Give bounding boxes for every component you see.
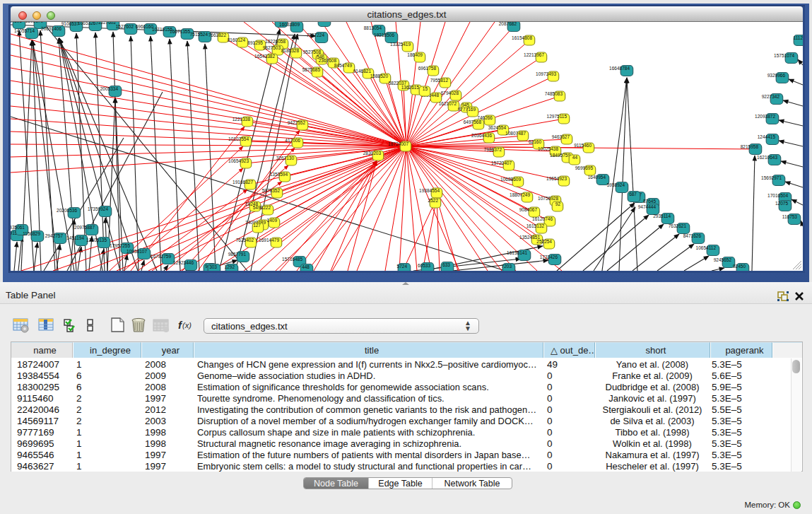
svg-text:10654923: 10654923 <box>228 158 249 163</box>
svg-text:16914479: 16914479 <box>259 238 279 243</box>
svg-text:1621072: 1621072 <box>439 101 457 106</box>
svg-text:20364436: 20364436 <box>471 133 492 138</box>
svg-text:12975115: 12975115 <box>547 114 567 119</box>
svg-text:15: 15 <box>423 86 428 91</box>
svg-text:92450: 92450 <box>733 264 746 269</box>
svg-text:1588520: 1588520 <box>370 74 389 78</box>
svg-text:16671355: 16671355 <box>170 29 190 34</box>
svg-text:1615132: 1615132 <box>526 223 545 228</box>
svg-text:2935114: 2935114 <box>653 214 671 218</box>
svg-text:12923446: 12923446 <box>173 260 194 265</box>
svg-text:9115460: 9115460 <box>574 143 592 148</box>
svg-text:6961758: 6961758 <box>418 66 437 71</box>
svg-text:6497568: 6497568 <box>464 119 482 124</box>
svg-text:8160124: 8160124 <box>228 37 246 42</box>
svg-text:5498222: 5498222 <box>253 205 271 210</box>
svg-text:19654923: 19654923 <box>546 176 567 181</box>
svg-text:1451194: 1451194 <box>66 235 84 240</box>
svg-text:16033809: 16033809 <box>279 22 300 27</box>
svg-text:60533: 60533 <box>418 263 430 268</box>
svg-text:18724007: 18724007 <box>388 141 408 146</box>
svg-text:2434506: 2434506 <box>11 22 22 23</box>
svg-text:8813054: 8813054 <box>364 25 382 30</box>
svg-text:17957255: 17957255 <box>110 243 130 248</box>
svg-text:16543382: 16543382 <box>254 54 275 59</box>
svg-text:9474444: 9474444 <box>638 204 657 209</box>
svg-text:7515524: 7515524 <box>190 32 208 37</box>
svg-text:7203: 7203 <box>502 264 512 269</box>
svg-text:1244415: 1244415 <box>758 134 776 139</box>
svg-text:9227342: 9227342 <box>762 94 780 99</box>
svg-text:6794028: 6794028 <box>441 90 459 95</box>
svg-text:20206536: 20206536 <box>57 208 77 213</box>
svg-text:9329966: 9329966 <box>767 73 786 78</box>
svg-text:10025438: 10025438 <box>538 146 558 151</box>
svg-text:9084067: 9084067 <box>519 207 538 212</box>
svg-text:44: 44 <box>572 155 578 160</box>
svg-text:1527602: 1527602 <box>98 22 117 25</box>
svg-text:10756928: 10756928 <box>538 196 558 201</box>
svg-text:17016504: 17016504 <box>767 193 788 198</box>
svg-text:7663822: 7663822 <box>208 33 227 37</box>
svg-text:5878352: 5878352 <box>262 188 281 193</box>
svg-text:1112: 1112 <box>794 35 804 40</box>
svg-text:9777169: 9777169 <box>458 107 476 112</box>
svg-text:8454749: 8454749 <box>334 63 353 68</box>
svg-text:18495759: 18495759 <box>550 153 570 158</box>
svg-text:(x): (x) <box>182 321 192 329</box>
svg-text:92: 92 <box>555 201 561 206</box>
svg-text:17359924: 17359924 <box>88 206 108 211</box>
svg-text:18226058: 18226058 <box>265 39 286 44</box>
svg-text:186409: 186409 <box>407 52 423 57</box>
svg-text:62160: 62160 <box>529 139 541 144</box>
svg-text:1221338: 1221338 <box>233 117 251 122</box>
svg-text:20975887: 20975887 <box>74 225 95 230</box>
svg-text:3267130: 3267130 <box>276 156 295 160</box>
svg-text:116753: 116753 <box>782 214 798 219</box>
svg-text:19166827: 19166827 <box>233 180 253 185</box>
svg-text:891295: 891295 <box>247 40 263 45</box>
svg-text:16154808: 16154808 <box>512 35 532 40</box>
svg-text:15751074: 15751074 <box>774 53 794 58</box>
svg-text:10807487: 10807487 <box>505 131 526 136</box>
svg-text:1156829: 1156829 <box>23 231 40 236</box>
svg-text:16210643: 16210643 <box>757 155 777 160</box>
svg-text:5958924: 5958924 <box>607 182 625 187</box>
svg-text:13325419: 13325419 <box>390 42 411 47</box>
svg-text:16648784: 16648784 <box>609 66 630 71</box>
svg-text:2367608: 2367608 <box>319 58 337 63</box>
svg-text:435061: 435061 <box>11 225 25 230</box>
svg-text:1733426: 1733426 <box>540 255 558 259</box>
svg-text:5724: 5724 <box>397 264 408 269</box>
svg-text:127: 127 <box>253 223 261 228</box>
svg-text:15692971: 15692971 <box>761 175 782 180</box>
svg-text:7625402: 7625402 <box>236 238 254 243</box>
svg-text:16120746: 16120746 <box>532 216 553 221</box>
svg-text:9857791: 9857791 <box>228 252 247 257</box>
svg-text:10653267: 10653267 <box>78 22 98 25</box>
svg-text:10973493: 10973493 <box>536 71 556 76</box>
svg-text:1362615: 1362615 <box>401 85 420 90</box>
svg-text:1306170: 1306170 <box>25 22 44 23</box>
svg-text:19218506: 19218506 <box>374 33 394 37</box>
svg-text:87645: 87645 <box>643 199 656 204</box>
svg-text:417006: 417006 <box>285 138 300 143</box>
svg-text:1527602: 1527602 <box>116 24 134 29</box>
svg-text:12213967: 12213967 <box>524 52 544 57</box>
svg-text:1353594: 1353594 <box>270 172 288 177</box>
svg-text:10958107: 10958107 <box>126 249 147 254</box>
svg-text:12075: 12075 <box>775 201 788 206</box>
svg-text:15720407: 15720407 <box>491 160 512 165</box>
svg-text:9699695: 9699695 <box>575 165 594 170</box>
svg-text:12505135: 12505135 <box>86 238 107 243</box>
svg-text:2522: 2522 <box>428 198 439 203</box>
svg-text:2005334: 2005334 <box>100 86 119 91</box>
svg-text:20691406: 20691406 <box>41 26 61 31</box>
svg-text:19384554: 19384554 <box>419 188 440 193</box>
svg-text:2942757: 2942757 <box>45 233 64 238</box>
svg-text:7632621: 7632621 <box>669 223 687 228</box>
svg-text:448: 448 <box>302 264 310 269</box>
svg-text:10107554: 10107554 <box>228 136 249 141</box>
svg-text:7955812: 7955812 <box>430 78 449 83</box>
svg-text:3624554: 3624554 <box>488 125 507 130</box>
